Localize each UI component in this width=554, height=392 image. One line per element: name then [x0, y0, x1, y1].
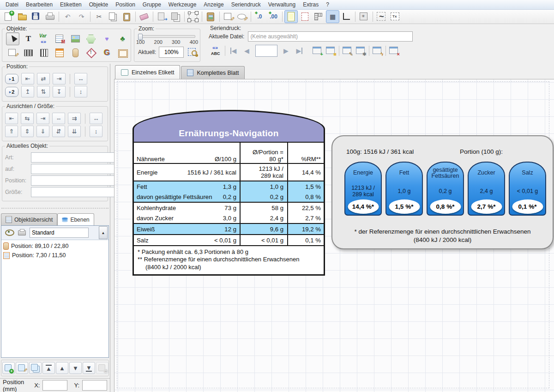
new-label-icon[interactable]: [2, 10, 15, 23]
align-top-edges-icon[interactable]: ⇑: [5, 126, 18, 137]
record-open-icon[interactable]: ■: [324, 44, 337, 57]
send-to-icon[interactable]: [155, 10, 169, 23]
menu-[interactable]: ?: [322, 0, 333, 9]
show-guides-icon[interactable]: [340, 10, 353, 23]
paste-icon[interactable]: [120, 10, 133, 23]
dropdown-arrow-icon[interactable]: ▾: [122, 51, 124, 55]
duplicate-icon[interactable]: [169, 10, 182, 23]
zoom-value-input[interactable]: [159, 47, 184, 58]
pos-y-input[interactable]: [82, 380, 107, 391]
layer-edit-icon[interactable]: [16, 362, 28, 374]
layer-print-icon[interactable]: [18, 230, 26, 235]
wordart-tool-icon[interactable]: [100, 46, 114, 59]
record-delete-icon[interactable]: ×: [387, 44, 401, 57]
tab-komplettes-blatt[interactable]: Komplettes Blatt: [181, 66, 245, 79]
layer-add-icon[interactable]: [2, 362, 15, 374]
open-icon[interactable]: ▾: [16, 10, 29, 23]
show-ruler-icon[interactable]: [312, 10, 325, 23]
align-left-edges-icon[interactable]: ⇤: [5, 113, 18, 124]
layer-copy-icon[interactable]: [29, 362, 42, 374]
textframe-tool-icon[interactable]: [389, 10, 402, 23]
record-apply-icon[interactable]: ϟ: [371, 44, 384, 57]
center-horizontal-icon[interactable]: ⇄: [37, 73, 50, 84]
menu-anzeige[interactable]: Anzeige: [200, 0, 227, 9]
align-left-icon[interactable]: ⇤: [21, 73, 34, 84]
align-bottom-icon[interactable]: ↧: [53, 86, 66, 97]
record-settings-icon[interactable]: ✱: [354, 44, 367, 57]
align-to-object-h-icon[interactable]: ⇉: [68, 113, 81, 124]
save-icon[interactable]: [30, 10, 43, 23]
clipart-tool-icon[interactable]: [116, 32, 129, 45]
snap-mode-icon[interactable]: [357, 10, 371, 23]
prev-record-icon[interactable]: ◀: [240, 44, 253, 57]
stretch-horizontal-icon[interactable]: ↔: [74, 73, 87, 84]
show-grid-icon[interactable]: ▦: [326, 10, 339, 23]
eraser-icon[interactable]: [138, 10, 151, 23]
zoom-slider[interactable]: [138, 34, 195, 38]
menu-position[interactable]: Position: [112, 0, 139, 9]
abc-convert-icon[interactable]: [209, 44, 223, 57]
menu-bearbeiten[interactable]: Bearbeiten: [22, 0, 56, 9]
backward-icon[interactable]: ▼: [69, 362, 82, 374]
shape-tool-icon[interactable]: [84, 32, 98, 45]
to-front-icon[interactable]: ▲: [42, 362, 55, 374]
show-label-icon[interactable]: [284, 10, 298, 23]
paste-special-icon[interactable]: [204, 10, 217, 23]
groesse-field[interactable]: [31, 187, 115, 197]
next-record-icon[interactable]: ▶: [279, 44, 293, 57]
menu-gruppe[interactable]: Gruppe: [139, 0, 165, 9]
tab-ebenen[interactable]: Ebenen: [57, 213, 94, 225]
to-back-icon[interactable]: ▼: [83, 362, 95, 374]
menu-werkzeuge[interactable]: Werkzeuge: [165, 0, 200, 9]
dropdown-arrow-icon[interactable]: ▾: [49, 15, 51, 19]
align-bottom-edges-icon[interactable]: ⇓: [36, 126, 49, 137]
curve-tool-icon[interactable]: [375, 10, 388, 23]
menu-extras[interactable]: Extras: [299, 0, 322, 9]
current-file-input[interactable]: [248, 31, 413, 42]
cylinder-tool-icon[interactable]: [69, 46, 82, 59]
align-right-icon[interactable]: ⇥: [53, 73, 66, 84]
pictogram-tool-icon[interactable]: [84, 46, 98, 59]
redo-icon[interactable]: ↷: [75, 10, 88, 23]
art-field[interactable]: [31, 152, 115, 163]
edit-note-icon[interactable]: [235, 10, 249, 23]
layer-name-input[interactable]: [30, 228, 89, 238]
text-tool-icon[interactable]: [22, 32, 35, 45]
object-list-item[interactable]: Position: 89,10 / 22,80: [3, 241, 107, 251]
last-record-icon[interactable]: ▶: [293, 44, 306, 57]
scroll-up-icon[interactable]: ▲: [99, 226, 108, 239]
print-icon[interactable]: ▾: [43, 10, 57, 23]
tab-einzelnes-etikett[interactable]: Einzelnes Etikett: [115, 65, 180, 79]
align-top-icon[interactable]: ↥: [21, 86, 34, 97]
barcode-tool-icon[interactable]: [22, 46, 35, 59]
stretch-vertical-icon[interactable]: ↕: [74, 86, 87, 97]
menu-objekte[interactable]: Objekte: [85, 0, 112, 9]
center-h-on-label-icon[interactable]: ⇔: [52, 113, 65, 124]
decimal-two-icon[interactable]: [267, 10, 280, 23]
record-number-input[interactable]: [255, 45, 277, 57]
selection-frame-icon[interactable]: [187, 10, 200, 23]
auf-field[interactable]: [31, 164, 115, 174]
record-edit-icon[interactable]: ✎: [341, 44, 354, 57]
zoom-fit-icon[interactable]: [187, 47, 199, 58]
image-tool-icon[interactable]: [69, 32, 82, 45]
align-h-centers-icon[interactable]: ⇆: [21, 113, 34, 124]
textfile-tool-icon[interactable]: [53, 32, 66, 45]
zoom-slider-thumb[interactable]: [138, 34, 143, 40]
layer-visibility-icon[interactable]: [5, 229, 14, 236]
nutrition-table-object[interactable]: Ernährungs-Navigation Nährwerte Ø/100 g …: [132, 110, 325, 276]
center-vertical-icon[interactable]: ⇅: [37, 86, 50, 97]
first-record-icon[interactable]: ◀: [227, 44, 240, 57]
menu-etiketten[interactable]: Etiketten: [56, 0, 85, 9]
copy-icon[interactable]: [106, 10, 120, 23]
rtf-tool-icon[interactable]: [53, 46, 66, 59]
design-canvas[interactable]: Ernährungs-Navigation Nährwerte Ø/100 g …: [114, 79, 554, 392]
tab-objektuebersicht[interactable]: Objektübersicht: [1, 213, 57, 225]
same-height-icon[interactable]: ↕: [90, 126, 102, 137]
center-v-on-label-icon[interactable]: ⇵: [52, 126, 65, 137]
frame-tool-icon[interactable]: ▾: [116, 46, 129, 59]
menu-datei[interactable]: Datei: [2, 0, 22, 9]
dropdown-arrow-icon[interactable]: ▾: [22, 15, 24, 19]
pos-x-input[interactable]: [42, 380, 67, 391]
object-list-item[interactable]: Position: 7,30 / 11,50: [3, 251, 107, 260]
